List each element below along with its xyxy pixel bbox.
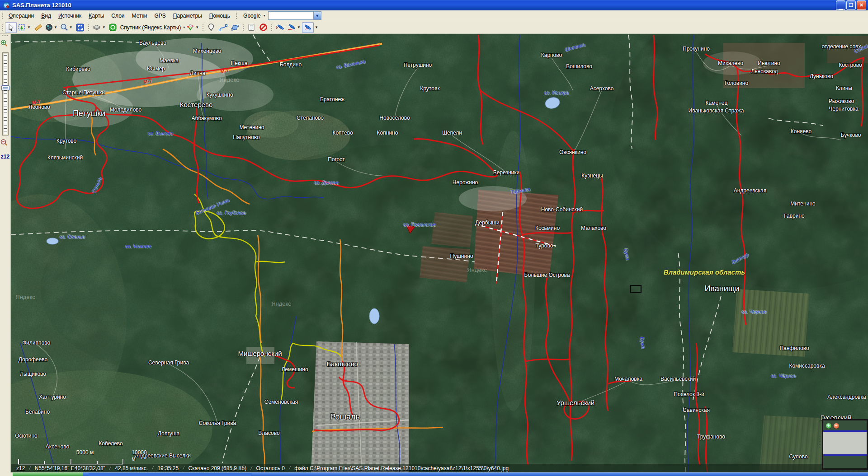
- marks-layer-button[interactable]: ▼: [185, 22, 200, 33]
- path-icon: [219, 24, 227, 31]
- menu-метки[interactable]: Метки: [128, 11, 151, 20]
- block-download-button[interactable]: [257, 22, 269, 33]
- menu-источник[interactable]: Источник: [55, 11, 85, 20]
- minimize-button[interactable]: ▁: [836, 0, 845, 10]
- select-region-icon: [18, 24, 26, 31]
- marks-list-icon: [248, 23, 255, 31]
- zoom-level-label: z12: [0, 154, 10, 160]
- chevron-down-icon: ▾: [264, 14, 265, 18]
- zoom-slider-handle[interactable]: [1, 85, 9, 90]
- titlebar: SAS.Планета 121010 ▁ ❐ ✕: [0, 0, 868, 10]
- marks-flower-icon: [186, 23, 194, 31]
- menu-карты[interactable]: Карты: [85, 11, 108, 20]
- map-source-icon: [109, 23, 117, 31]
- status-bar: z12 N55°54'19,16" E40°38'32,08" 42,85 м/…: [11, 464, 868, 472]
- toolbar-grip[interactable]: [242, 23, 244, 32]
- map-canvas: [11, 34, 868, 476]
- combo-dropdown-icon[interactable]: ▼: [313, 12, 321, 19]
- magnifier-icon: [60, 23, 68, 31]
- minimap-overlay[interactable]: + −: [822, 419, 868, 470]
- menu-операции[interactable]: Операции: [5, 11, 38, 20]
- google-search-combo: ▼: [268, 11, 321, 20]
- minimap-zoom-in-button[interactable]: +: [826, 423, 831, 429]
- taskbar-sliver: [0, 472, 868, 476]
- main-toolbar: ▼ ▼: [0, 21, 868, 34]
- toolbar-grip[interactable]: [270, 23, 273, 32]
- gps-signal-icon: [275, 23, 284, 31]
- globe-icon: [45, 23, 53, 31]
- toolbar-grip[interactable]: [202, 23, 204, 32]
- google-menu[interactable]: Google: [241, 12, 263, 20]
- cursor-icon: [7, 24, 14, 31]
- ruler-button[interactable]: [32, 22, 44, 33]
- status-downloaded: Скачано 209 (685,9 Кб): [179, 465, 246, 471]
- toolbar-grip[interactable]: [1, 12, 4, 20]
- no-download-icon: [259, 23, 267, 31]
- fullscreen-button[interactable]: [74, 22, 86, 33]
- chevron-down-icon: ▼: [102, 25, 106, 29]
- toolbar-grip[interactable]: [1, 23, 4, 32]
- google-search-input[interactable]: [269, 12, 313, 19]
- globe-button[interactable]: ▼: [44, 22, 59, 33]
- status-remaining: Осталось 0: [246, 465, 285, 471]
- menu-параметры[interactable]: Параметры: [170, 11, 206, 20]
- cursor-tool-button[interactable]: [5, 22, 17, 33]
- chevron-down-icon[interactable]: ▼: [315, 25, 318, 29]
- status-zoom: z12: [16, 465, 25, 471]
- layers-button[interactable]: ▼: [91, 22, 107, 33]
- placemark-icon: [208, 23, 214, 31]
- menu-вид[interactable]: Вид: [38, 11, 55, 20]
- ruler-icon: [34, 24, 42, 31]
- map-source-button[interactable]: [107, 22, 119, 33]
- menu-gps[interactable]: GPS: [151, 11, 169, 20]
- zoom-in-button[interactable]: [0, 39, 8, 47]
- map-type-label[interactable]: Спутник (Яндекс.Карты): [119, 24, 182, 31]
- gps-track-icon: [287, 23, 296, 31]
- gps-follow-icon: [303, 23, 312, 31]
- taskbar-button-top[interactable]: [89, 473, 251, 476]
- chevron-down-icon: ▼: [54, 25, 57, 29]
- fullscreen-icon: [76, 23, 84, 32]
- toolbar-grip[interactable]: [87, 23, 90, 32]
- layers-icon: [92, 24, 101, 31]
- menubar: ОперацииВидИсточникКартыСлоиМеткиGPSПара…: [0, 10, 868, 21]
- chevron-down-icon: ▼: [297, 25, 301, 29]
- status-coordinates: N55°54'19,16" E40°38'32,08": [25, 465, 105, 471]
- polygon-icon: [231, 24, 239, 31]
- select-region-button[interactable]: ▼: [17, 22, 32, 33]
- status-time: 19:35:25: [148, 465, 179, 471]
- zoom-out-button[interactable]: [0, 139, 8, 147]
- add-path-button[interactable]: [217, 22, 229, 33]
- restore-button[interactable]: ❐: [846, 0, 856, 10]
- app-window: SAS.Планета 121010 ▁ ❐ ✕ ОперацииВидИсто…: [0, 0, 868, 476]
- start-button-top[interactable]: [13, 472, 83, 476]
- gps-follow-button[interactable]: [302, 22, 314, 33]
- add-placemark-button[interactable]: [205, 22, 217, 33]
- gps-track-button[interactable]: ▼: [286, 22, 302, 33]
- chevron-down-icon: ▼: [69, 25, 73, 29]
- zoom-slider[interactable]: [2, 52, 9, 135]
- menu-помощь[interactable]: Помощь: [206, 11, 234, 20]
- status-file-path: файл C:\Program Files\SAS.Planet.Release…: [285, 465, 509, 471]
- minimap-viewport-band: [823, 430, 867, 456]
- gps-connect-button[interactable]: [274, 22, 286, 33]
- menu-items: ОперацииВидИсточникКартыСлоиМеткиGPSПара…: [5, 13, 234, 19]
- sidebar-grip[interactable]: [1, 35, 9, 37]
- add-polygon-button[interactable]: [229, 22, 241, 33]
- toolbar-grip[interactable]: [235, 12, 237, 20]
- zoom-sidebar: z12: [0, 34, 11, 476]
- app-icon: [3, 2, 10, 9]
- menu-слои[interactable]: Слои: [108, 11, 128, 20]
- close-button[interactable]: ✕: [857, 0, 866, 10]
- zoom-tool-button[interactable]: ▼: [59, 22, 74, 33]
- map-viewport[interactable]: ВаульцевоПетрушиноБолдиноПекшаМихейцевоМ…: [11, 34, 868, 476]
- window-title: SAS.Планета 121010: [12, 2, 835, 9]
- chevron-down-icon: ▼: [27, 25, 31, 29]
- minimap-zoom-out-button[interactable]: −: [834, 423, 839, 429]
- status-resolution: 42,85 м/пикс.: [105, 465, 148, 471]
- google-search-group: Google ▾ ▼: [241, 11, 321, 20]
- minimap-resize-grip[interactable]: [819, 435, 821, 448]
- chevron-down-icon: ▼: [195, 25, 199, 29]
- marks-list-button[interactable]: [245, 22, 257, 33]
